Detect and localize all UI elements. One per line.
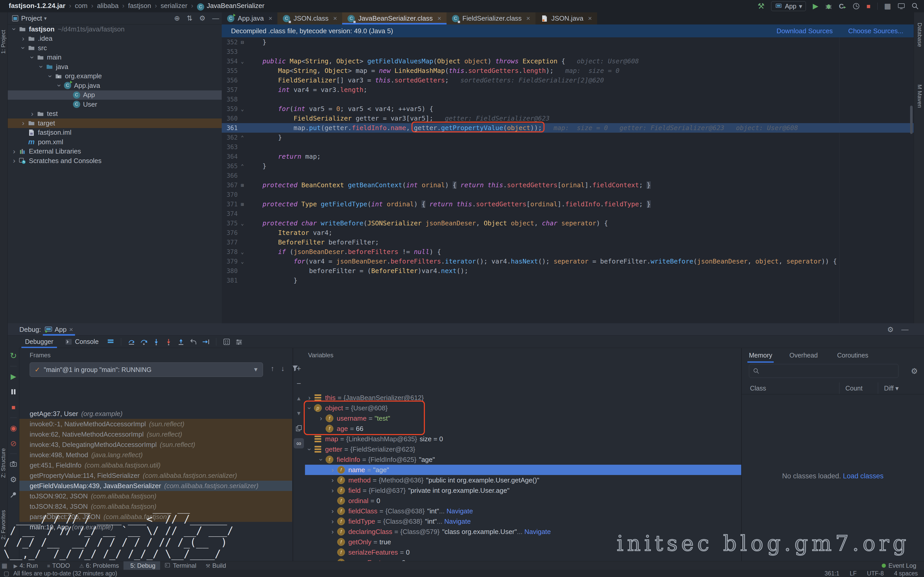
code-line-381[interactable]: 381 } — [222, 276, 914, 285]
stop-icon[interactable]: ■ — [8, 400, 19, 415]
layout-icon[interactable] — [104, 338, 117, 345]
navigate-link[interactable]: ... Navigate — [439, 507, 473, 515]
code-line-354[interactable]: 354⌄ public Map<String, Object> getField… — [222, 56, 914, 66]
camera-icon[interactable] — [8, 456, 19, 472]
chevron-icon[interactable]: › — [10, 147, 19, 156]
fold-icon[interactable]: ⌄ — [238, 249, 247, 255]
collapse-all-icon[interactable]: ⇅ — [187, 14, 192, 23]
event-log-button[interactable]: Event Log — [882, 562, 916, 569]
variable-row-field[interactable]: ›ffield={Field@637}"private int org.exam… — [305, 485, 741, 496]
chevron-icon[interactable]: › — [328, 476, 337, 484]
grid-icon[interactable]: ▦ — [0, 561, 9, 570]
code-line-359[interactable]: 359⌄ for(int var5 = 0; var5 < var4; ++va… — [222, 104, 914, 114]
chevron-icon[interactable]: › — [19, 119, 27, 127]
code-line-360[interactable]: 360 FieldSerializer getter = var3[var5];… — [222, 114, 914, 123]
pin-icon[interactable] — [8, 487, 19, 503]
locate-icon[interactable]: ⊕ — [174, 14, 180, 23]
breadcrumb[interactable]: fastjson-1.2.24.jar›com›alibaba›fastjson… — [9, 2, 265, 11]
profiler-icon[interactable] — [853, 3, 860, 10]
close-icon[interactable]: × — [268, 15, 272, 23]
breadcrumb-item[interactable]: com — [75, 2, 87, 10]
project-panel-title[interactable]: Project — [21, 15, 42, 23]
frame-row[interactable]: invoke0:-1, NativeMethodAccessorImpl(sun… — [19, 419, 292, 429]
frame-row[interactable]: toJSON:902, JSON(com.alibaba.fastjson) — [19, 491, 292, 501]
chevron-icon[interactable]: › — [55, 81, 63, 90]
tree-item-app[interactable]: CApp — [8, 90, 222, 100]
variable-row-fieldClass[interactable]: ›ffieldClass={Class@638}"int" ... Naviga… — [305, 506, 741, 516]
variable-row-ordinal[interactable]: fordinal=0 — [305, 496, 741, 506]
toolwindow-button-build[interactable]: ⚒Build — [201, 561, 231, 570]
code-line-370[interactable]: 370 — [222, 190, 914, 199]
code-line-378[interactable]: 378⌄ if (jsonBeanDeser.beforeFilters != … — [222, 247, 914, 256]
wrench-icon[interactable]: ⚒ — [758, 2, 765, 10]
code-line-352[interactable]: 352⊟ } — [222, 37, 914, 47]
mute-breakpoints-icon[interactable]: ⊘ — [8, 435, 19, 451]
navigate-link[interactable]: ... Navigate — [517, 528, 551, 536]
exec-point-icon[interactable] — [125, 338, 138, 345]
column-diff[interactable]: Diff ▾ — [884, 385, 899, 392]
code-editor[interactable]: 352⊟ }353354⌄ public Map<String, Object>… — [222, 37, 914, 323]
toolwindow-button-todo[interactable]: ≡TODO — [42, 561, 75, 570]
debug-settings-icon[interactable]: ⚙ — [887, 326, 893, 334]
fold-icon[interactable]: ⊞ — [238, 182, 247, 188]
tree-item-app-java[interactable]: ›CApp.java — [8, 81, 222, 90]
chevron-icon[interactable]: › — [46, 72, 54, 81]
load-classes-link[interactable]: Load classes — [843, 472, 884, 480]
breadcrumb-item[interactable]: serializer — [161, 2, 187, 10]
toolwindow-button-6-problems[interactable]: ⚠6: Problems — [74, 561, 123, 570]
status-item[interactable]: LF — [850, 570, 857, 577]
breadcrumb-item[interactable]: JavaBeanSerializer — [207, 2, 265, 10]
window-icon[interactable]: ▢ — [3, 570, 9, 577]
chevron-down-icon[interactable]: ▾ — [44, 15, 47, 21]
trace-icon[interactable] — [233, 338, 245, 345]
tree-item-target[interactable]: ›target — [8, 118, 222, 128]
frame-row[interactable]: invoke:498, Method(java.lang.reflect) — [19, 450, 292, 460]
breadcrumb-item[interactable]: fastjson-1.2.24.jar — [9, 2, 66, 10]
grid-icon[interactable]: ▦ — [884, 3, 891, 10]
frame-row[interactable]: invoke:62, NativeMethodAccessorImpl(sun.… — [19, 429, 292, 440]
download-sources-link[interactable]: Download Sources — [777, 27, 833, 35]
memory-tab-coroutines[interactable]: Coroutines — [837, 351, 868, 359]
code-line-375[interactable]: 375⌄ protected char writeBefore(JSONSeri… — [222, 218, 914, 228]
chevron-icon[interactable]: › — [317, 455, 325, 464]
tree-item-user[interactable]: CUser — [8, 100, 222, 109]
tree-item-test[interactable]: ›test — [8, 109, 222, 119]
code-line-361[interactable]: 361 map.put(getter.fieldInfo.name, gette… — [222, 123, 914, 133]
toolwindow-button-5-debug[interactable]: 5: Debug — [123, 561, 160, 570]
frame-row[interactable]: toJSON:824, JSON(com.alibaba.fastjson) — [19, 501, 292, 512]
fold-icon[interactable]: ⌄ — [238, 258, 247, 264]
editor-scrollbar[interactable] — [910, 106, 913, 134]
tree-item-java[interactable]: ›java — [8, 62, 222, 72]
tree-item-main[interactable]: ›main — [8, 53, 222, 62]
tab-json-class[interactable]: CJSON.class× — [278, 12, 342, 24]
tree-item-fastjson[interactable]: ›fastjson~/d4m1ts/java/fastjson — [8, 24, 222, 34]
tab-fieldserializer-class[interactable]: CFieldSerializer.class× — [446, 12, 535, 24]
column-class[interactable]: Class — [750, 385, 766, 392]
memory-settings-icon[interactable]: ⚙ — [911, 367, 918, 376]
variable-row-declaringClass[interactable]: ›fdeclaringClass={Class@579}"class org.e… — [305, 527, 741, 537]
fold-icon[interactable]: ⊟ — [238, 39, 247, 45]
tab-javabeanserializer-class[interactable]: CJavaBeanSerializer.class× — [342, 12, 446, 24]
code-line-363[interactable]: 363 — [222, 142, 914, 152]
chevron-icon[interactable]: › — [10, 156, 19, 165]
variable-row-fieldType[interactable]: ›ffieldType={Class@638}"int" ... Navigat… — [305, 516, 741, 527]
frame-row[interactable]: get:451, FieldInfo(com.alibaba.fastjson.… — [19, 460, 292, 471]
breadcrumb-item[interactable]: fastjson — [128, 2, 151, 10]
step-into-icon[interactable] — [150, 338, 162, 345]
stop-icon[interactable]: ■ — [866, 3, 871, 10]
fold-icon[interactable]: ⌄ — [238, 106, 247, 112]
scroll-up-icon[interactable]: ▲ — [294, 393, 304, 404]
fold-icon[interactable]: ⊞ — [238, 201, 247, 207]
chevron-icon[interactable]: › — [328, 487, 337, 495]
view-breakpoints-icon[interactable]: ◉ — [8, 420, 19, 435]
breadcrumb-item[interactable]: alibaba — [97, 2, 119, 10]
run-config-selector[interactable]: App▾ — [771, 1, 806, 11]
code-line-371[interactable]: 371⊞ protected Type getFieldType(int ord… — [222, 199, 914, 209]
plus-icon[interactable]: + — [294, 363, 304, 374]
code-line-366[interactable]: 366 — [222, 171, 914, 181]
code-line-374[interactable]: 374 — [222, 209, 914, 218]
chevron-icon[interactable]: › — [28, 110, 37, 118]
code-line-353[interactable]: 353 — [222, 47, 914, 56]
chevron-icon[interactable]: › — [28, 53, 36, 62]
coverage-icon[interactable]: C▸ — [839, 3, 846, 10]
